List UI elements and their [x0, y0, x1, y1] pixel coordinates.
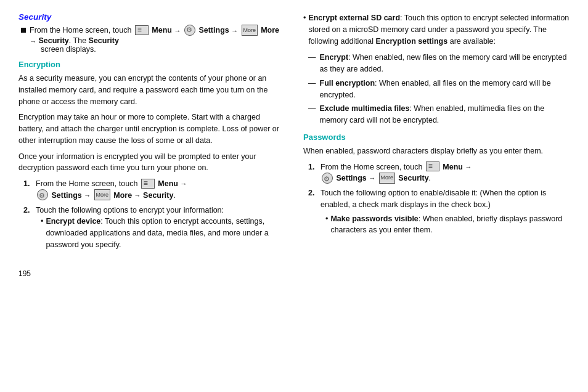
- left-column: Security From the Home screen, touch Men…: [18, 12, 285, 257]
- dash1-desc: : When enabled, new files on the memory …: [320, 53, 567, 73]
- step2-num: 2.: [23, 205, 32, 253]
- encrypt-sd-bullet: • Encrypt external SD card: Touch this o…: [303, 12, 570, 47]
- pw-step1-menu-icon: [426, 161, 439, 171]
- settings-icon: [184, 25, 195, 36]
- bullet-settings-label: Settings: [198, 26, 229, 35]
- screen-displays-text: screen displays.: [41, 45, 285, 54]
- pw-step1-menu-label: Menu: [443, 163, 463, 171]
- encrypt-device-bold: Encrypt device: [46, 217, 100, 226]
- bullet-intro-text: From the Home screen, touch: [30, 26, 131, 35]
- bullet-dot-pw-icon: •: [325, 213, 328, 237]
- step1-num: 1.: [23, 178, 32, 202]
- dash2-text: Full encryption: When enabled, all files…: [320, 78, 570, 101]
- step1-more-label: More: [113, 191, 132, 200]
- dash3-text: Exclude multimedia files: When enabled, …: [320, 103, 570, 126]
- pw-step1-security-label: Security: [398, 174, 428, 182]
- encrypt-device-bullet: • Encrypt device: Touch this option to e…: [41, 216, 285, 250]
- pw-step1-period: .: [429, 174, 431, 182]
- encryption-steps: 1. From the Home screen, touch Menu → Se…: [23, 178, 285, 253]
- pw-step1-num: 1.: [308, 161, 317, 185]
- security-bullet: From the Home screen, touch Menu → Setti…: [21, 25, 285, 54]
- step1-arrow1: →: [180, 180, 187, 187]
- step1-more-icon: More: [94, 189, 110, 200]
- encryption-p3: Once your information is encrypted you w…: [18, 151, 285, 174]
- dash2-icon: —: [308, 78, 316, 101]
- arrow3: →: [30, 38, 36, 45]
- menu-icon: [135, 25, 149, 35]
- dash2-item: — Full encryption: When enabled, all fil…: [308, 78, 570, 101]
- step1-settings-label: Settings: [51, 191, 81, 200]
- pw-step2-item: 2. Touch the following option to enable/…: [308, 187, 570, 239]
- bullet-square-icon: [21, 28, 26, 33]
- arrow2: →: [231, 27, 238, 35]
- step1-intro: From the Home screen, touch: [36, 179, 137, 188]
- make-passwords-bullet: • Make passwords visible: When enabled, …: [325, 213, 570, 237]
- step2-text: Touch the following options to encrypt y…: [36, 206, 224, 214]
- passwords-heading: Passwords: [303, 133, 570, 142]
- pw-step1-intro: From the Home screen, touch: [321, 163, 422, 171]
- step2-item: 2. Touch the following options to encryp…: [23, 205, 285, 253]
- pw-step1-settings-icon: [322, 173, 333, 184]
- bullet-dot-icon: •: [41, 216, 43, 250]
- encrypt-sd-bold2: Encryption settings: [376, 37, 448, 46]
- bullet-suffix: . The: [69, 36, 86, 45]
- passwords-p1: When enabled, password characters displa…: [303, 145, 570, 157]
- pw-make-bold: Make passwords visible: [330, 214, 418, 223]
- step1-settings-icon: [37, 189, 48, 200]
- pw-step1-item: 1. From the Home screen, touch Menu → Se…: [308, 161, 570, 185]
- pw-step1-arrow1: →: [465, 163, 472, 171]
- encrypt-sd-text-container: Encrypt external SD card: Touch this opt…: [308, 12, 570, 47]
- page-number: 195: [18, 269, 570, 278]
- dash3-bold: Exclude multimedia files: [320, 104, 410, 113]
- right-column: • Encrypt external SD card: Touch this o…: [303, 12, 570, 257]
- dash1-text: Encrypt: When enabled, new files on the …: [320, 52, 570, 75]
- bullet-security-label2: Security: [89, 36, 119, 45]
- make-passwords-text: Make passwords visible: When enabled, br…: [330, 213, 570, 237]
- pw-step1-settings-label: Settings: [336, 174, 366, 182]
- bullet-security-bold: Security: [38, 36, 68, 45]
- step1-menu-label: Menu: [158, 179, 178, 188]
- more-icon: More: [242, 25, 258, 36]
- step1-arrow3: →: [134, 192, 141, 199]
- security-bullet-text: From the Home screen, touch Menu → Setti…: [30, 25, 285, 54]
- arrow1: →: [174, 27, 181, 35]
- pw-step2-num: 2.: [308, 187, 317, 239]
- step1-content: From the Home screen, touch Menu → Setti…: [36, 178, 285, 202]
- step1-arrow2: →: [84, 192, 91, 199]
- bullet-menu-label: Menu: [152, 26, 172, 35]
- step1-menu-icon: [141, 179, 155, 189]
- bullet-dot-sd-icon: •: [303, 12, 306, 47]
- pw-step2-content: Touch the following option to enable/dis…: [321, 187, 570, 239]
- encrypt-sd-text2: are available:: [450, 37, 496, 46]
- dash1-bold: Encrypt: [320, 53, 349, 62]
- step1-security-label: Security: [143, 191, 173, 200]
- pw-step2-text: Touch the following option to enable/dis…: [321, 189, 546, 209]
- security-title: Security: [18, 12, 285, 22]
- encrypt-device-text: Encrypt device: Touch this option to enc…: [46, 216, 285, 250]
- encryption-p2: Encryption may take an hour or more to c…: [18, 112, 285, 146]
- dash3-item: — Exclude multimedia files: When enabled…: [308, 103, 570, 126]
- dash1-item: — Encrypt: When enabled, new files on th…: [308, 52, 570, 75]
- encryption-p1: As a security measure, you can encrypt t…: [18, 73, 285, 107]
- dash2-bold: Full encryption: [320, 79, 375, 88]
- passwords-steps: 1. From the Home screen, touch Menu → Se…: [308, 161, 570, 239]
- pw-step1-more-icon: More: [379, 173, 395, 184]
- step1-item: 1. From the Home screen, touch Menu → Se…: [23, 178, 285, 202]
- dash3-icon: —: [308, 103, 316, 126]
- dash1-icon: —: [308, 52, 316, 75]
- encrypt-sd-bold: Encrypt external SD card: [308, 14, 400, 22]
- bullet-more-label: More: [261, 26, 279, 35]
- step1-period: .: [173, 191, 175, 200]
- pw-step1-content: From the Home screen, touch Menu → Setti…: [321, 161, 570, 185]
- encryption-heading: Encryption: [18, 60, 285, 69]
- step2-content: Touch the following options to encrypt y…: [36, 205, 285, 253]
- pw-step1-arrow2: →: [369, 175, 375, 182]
